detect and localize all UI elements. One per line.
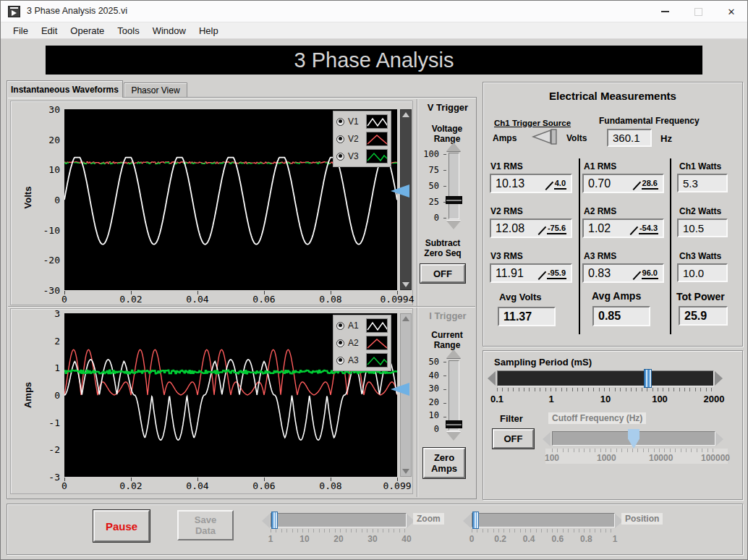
filter-off-button[interactable]: OFF	[493, 429, 534, 449]
menu-file[interactable]: File	[7, 22, 35, 38]
a2-phase-angle: -54.3	[631, 223, 658, 234]
avg-volts-value: 11.37	[498, 307, 556, 326]
scale-label: 10	[299, 534, 309, 544]
scale-label: -1	[48, 417, 60, 428]
scale-label: 0.08	[319, 294, 341, 305]
scale-label: 1000	[597, 453, 616, 463]
position-slider[interactable]	[472, 513, 615, 527]
voltage-range-slider-handle[interactable]	[446, 196, 462, 204]
avg-amps-number: 0.85	[598, 310, 621, 323]
zoom-slider-handle[interactable]	[271, 512, 278, 529]
menu-tools[interactable]: Tools	[111, 22, 145, 38]
a2-angle-number: -54.3	[639, 223, 658, 234]
position-slider-handle[interactable]	[472, 512, 479, 529]
scroll-up-icon	[402, 316, 409, 321]
close-button[interactable]: ✕	[715, 1, 748, 22]
plot-visibility-radio-icon[interactable]	[336, 118, 344, 126]
legend-item-V1[interactable]: V1	[336, 114, 388, 130]
zoom-slider[interactable]	[271, 513, 407, 527]
maximize-button[interactable]	[681, 1, 715, 22]
current-range-decrement-icon[interactable]	[446, 432, 461, 441]
scale-label: 0	[61, 480, 67, 491]
v3-rms-value: 11.91 -95.9	[490, 263, 572, 283]
sampling-period-slider[interactable]	[497, 370, 714, 386]
menu-operate[interactable]: Operate	[64, 22, 111, 38]
scale-label: -3	[48, 472, 60, 483]
legend-item-V3[interactable]: V3	[336, 148, 388, 164]
tab-instantaneous-waveforms[interactable]: Instantaneous Waveforms	[7, 80, 123, 98]
legend-item-V2[interactable]: V2	[336, 131, 388, 147]
a3-angle-number: 96.0	[642, 268, 658, 279]
plot-visibility-radio-icon[interactable]	[336, 322, 344, 330]
sampling-slider-handle[interactable]	[644, 369, 652, 388]
scale-label: 0.2	[494, 534, 506, 544]
legend-line-sample	[366, 353, 388, 368]
tab-phasor-view[interactable]: Phasor View	[124, 82, 187, 98]
legend-item-A2[interactable]: A2	[336, 335, 388, 351]
scale-label: -30	[43, 285, 60, 296]
sampling-tick-marks	[497, 388, 714, 391]
scale-label: 1	[548, 394, 553, 404]
trigger-source-volts-option: Volts	[566, 133, 587, 143]
filter-label: Filter	[500, 413, 523, 424]
voltage-chart-scrollbar[interactable]	[400, 109, 412, 290]
plot-visibility-radio-icon[interactable]	[336, 357, 344, 365]
legend-item-A3[interactable]: A3	[336, 352, 388, 368]
zero-amps-button[interactable]: Zero Amps	[423, 448, 465, 478]
sampling-decrement-icon[interactable]	[488, 371, 496, 386]
ch3-watts-number: 10.0	[683, 267, 704, 279]
legend-label: V1	[348, 116, 362, 127]
cutoff-frequency-label: Cutoff Frequency (Hz)	[548, 412, 646, 424]
legend-item-A1[interactable]: A1	[336, 318, 388, 334]
column-divider	[670, 158, 671, 334]
plot-visibility-radio-icon[interactable]	[336, 135, 344, 143]
current-chart-scrollbar[interactable]	[400, 313, 412, 477]
cutoff-increment-icon[interactable]	[715, 432, 723, 446]
ch2-watts-number: 10.5	[683, 222, 704, 234]
subtract-zero-seq-button[interactable]: OFF	[420, 264, 465, 283]
scale-label: 50	[429, 181, 439, 191]
scale-label: -10	[43, 224, 60, 235]
position-tick-marks	[472, 529, 615, 533]
scale-label: -20	[43, 255, 60, 266]
current-range-label: Current Range	[423, 330, 471, 350]
waveform-trace-V1	[64, 158, 397, 245]
a1-phase-angle: 28.6	[634, 178, 658, 190]
menu-window[interactable]: Window	[146, 22, 192, 38]
fundamental-frequency-label: Fundamental Frequency	[599, 116, 700, 126]
current-chart-legend: A1A2A3	[333, 315, 391, 371]
menu-help[interactable]: Help	[192, 22, 225, 38]
menu-edit[interactable]: Edit	[35, 22, 64, 38]
position-decrement-icon[interactable]	[463, 514, 471, 528]
a3-rms-label: A3 RMS	[584, 251, 616, 261]
plot-visibility-radio-icon[interactable]	[336, 153, 344, 161]
trigger-source-switch-icon[interactable]	[531, 129, 563, 145]
ch2-watts-value: 10.5	[677, 219, 728, 237]
i-trigger-label: I Trigger	[420, 310, 475, 321]
legend-line-sample	[366, 318, 388, 333]
voltage-range-increment-icon[interactable]	[446, 143, 461, 151]
zoom-decrement-icon[interactable]	[262, 514, 270, 528]
v1-rms-label: V1 RMS	[490, 161, 523, 171]
scale-label: 0	[434, 213, 439, 223]
current-range-slider-handle[interactable]	[446, 420, 462, 428]
scale-label: 100	[423, 149, 439, 159]
scale-label: 0.0994	[381, 294, 415, 305]
scale-label: 0	[54, 390, 60, 401]
current-range-increment-icon[interactable]	[446, 349, 461, 358]
labview-app-icon	[8, 6, 20, 17]
sampling-increment-icon[interactable]	[715, 371, 723, 386]
minimize-icon	[661, 11, 669, 12]
titlebar: 3 Phase Analysis 2025.vi ✕	[1, 1, 747, 22]
hz-unit-label: Hz	[660, 133, 672, 144]
cutoff-decrement-icon[interactable]	[543, 432, 551, 446]
plot-visibility-radio-icon[interactable]	[336, 339, 344, 347]
scale-label: 0.04	[186, 480, 208, 491]
voltage-range-slider[interactable]	[449, 153, 459, 219]
voltage-range-decrement-icon[interactable]	[446, 221, 461, 229]
current-range-scale: 50403020100	[419, 362, 441, 429]
pause-button[interactable]: Pause	[93, 510, 150, 542]
v2-rms-label: V2 RMS	[490, 206, 523, 216]
minimize-button[interactable]	[648, 1, 681, 22]
scale-label: 0.06	[252, 294, 275, 305]
